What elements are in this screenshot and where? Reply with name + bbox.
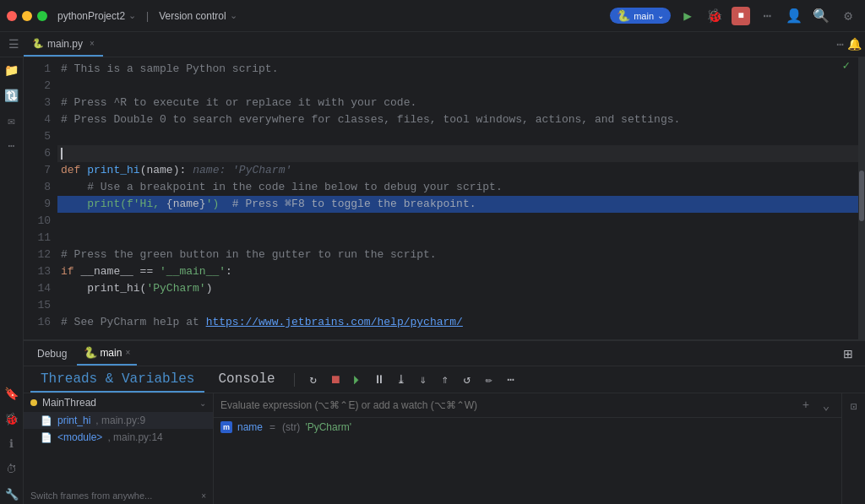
resume-icon[interactable]: ⏵ [347, 370, 367, 390]
variables-panel: + ⌄ m name = (str) 'PyCharm' [214, 393, 841, 504]
line-numbers: 1 2 3 4 5 6 7 8 9 10 11 12 13 14 15 16 [24, 57, 57, 339]
debug-expand-icon[interactable]: ⊞ [838, 344, 858, 364]
code-line-13: ▶ if __name__ == '__main__': [57, 263, 858, 280]
variable-item-name: m name = (str) 'PyCharm' [214, 418, 841, 436]
code-line-1: # This is a sample Python script. [57, 61, 858, 78]
code-line-4: # Press Double 0 to search everywhere fo… [57, 111, 858, 128]
debug-tab-main[interactable]: 🐍 main × [77, 341, 137, 366]
thread-name-label: MainThread [42, 397, 194, 409]
toolbar-separator [294, 373, 295, 387]
subtab-threads[interactable]: Threads & Variables [30, 366, 204, 393]
sidebar-icon-folder[interactable]: 📁 [3, 61, 21, 79]
title-bar-right: 🐍 main ⌄ ▶ 🐞 ■ ⋯ 👤 🔍 ⚙ [610, 6, 858, 26]
frame-location: , main.py:9 [95, 415, 145, 426]
watch-expression-input[interactable] [220, 399, 791, 411]
sidebar-icons: 📁 🔃 ✉ ⋯ 🔖 🐞 ℹ ⏱ 🔧 [0, 57, 24, 504]
pause-icon[interactable]: ⏸ [369, 370, 389, 390]
debug-tab-actions: ⊞ [838, 344, 858, 364]
notifications-icon[interactable]: 🔔 [847, 37, 862, 51]
frame-item-module[interactable]: 📄 <module> , main.py:14 [24, 429, 213, 446]
tab-main-py[interactable]: 🐍 main.py × [24, 32, 103, 57]
python-icon: 🐍 [84, 346, 97, 359]
watch-input-bar: + ⌄ [214, 393, 841, 418]
watch-action-buttons: + ⌄ [797, 397, 835, 414]
code-line-9: print(f'Hi, {name}') # Press ⌘F8 to togg… [57, 196, 858, 213]
code-editor[interactable]: ✓ # This is a sample Python script. # Pr… [57, 57, 858, 339]
tab-close-icon[interactable]: × [90, 39, 95, 48]
variable-type-icon: m [220, 421, 232, 433]
debug-content: MainThread ⌄ 📄 print_hi , main.py:9 📄 <m… [24, 393, 865, 504]
search-icon[interactable]: 🔍 [811, 6, 831, 26]
frame-function-name-2: <module> [57, 431, 102, 443]
sidebar-icon-more[interactable]: ⋯ [3, 137, 21, 155]
scrollbar-track[interactable] [858, 57, 865, 339]
switch-frames-bar: Switch frames from anywhe... × [24, 487, 213, 504]
code-line-3: # Press ^R to execute it or replace it w… [57, 95, 858, 111]
code-line-12: # Press the green button in the gutter t… [57, 247, 858, 263]
thread-dropdown-icon[interactable]: ⌄ [199, 398, 206, 408]
frame-item-print-hi[interactable]: 📄 print_hi , main.py:9 [24, 412, 213, 429]
sidebar-toggle-icon[interactable]: ☰ [3, 35, 24, 55]
sidebar-icon-debug[interactable]: 🐞 [3, 409, 21, 428]
sidebar-icon-info[interactable]: ℹ [3, 435, 21, 453]
code-line-16: # See PyCharm help at https://www.jetbra… [57, 314, 858, 331]
variable-name: name [237, 421, 263, 433]
toolbar-actions: ↻ ⏹ ⏵ ⏸ ⤓ ⇓ ⇑ ↺ ✏ ⋯ [303, 370, 521, 390]
main-branch-badge[interactable]: 🐍 main ⌄ [610, 8, 671, 24]
main-area: 📁 🔃 ✉ ⋯ 🔖 🐞 ℹ ⏱ 🔧 1 2 3 4 5 6 7 8 9 10 1… [0, 57, 865, 504]
sidebar-icon-tools[interactable]: 🔧 [3, 485, 21, 504]
python-file-icon: 🐍 [32, 38, 44, 49]
stop-icon[interactable]: ⏹ [325, 370, 345, 390]
code-line-11 [57, 230, 858, 247]
sidebar-icon-time[interactable]: ⏱ [3, 460, 21, 479]
version-control-label[interactable]: Version control [159, 10, 226, 22]
stop-button[interactable]: ■ [732, 7, 750, 25]
code-container: 1 2 3 4 5 6 7 8 9 10 11 12 13 14 15 16 ✓ [24, 57, 865, 339]
debug-tab-debug[interactable]: Debug [30, 341, 73, 366]
frame-icon: 📄 [41, 415, 52, 426]
sidebar-icon-notification[interactable]: ✉ [3, 111, 21, 130]
tab-label: main.py [47, 38, 83, 50]
thread-header[interactable]: MainThread ⌄ [24, 393, 213, 412]
code-line-8: # Use a breakpoint in the code line belo… [57, 179, 858, 196]
step-out-icon[interactable]: ⇑ [435, 370, 455, 390]
step-into-icon[interactable]: ⇓ [413, 370, 433, 390]
subtab-console[interactable]: Console [208, 366, 285, 393]
project-name[interactable]: pythonProject2 [57, 10, 125, 22]
frame-icon-2: 📄 [41, 432, 52, 443]
switch-frames-close-icon[interactable]: × [201, 491, 206, 501]
editor-area: 1 2 3 4 5 6 7 8 9 10 11 12 13 14 15 16 ✓ [24, 57, 865, 504]
more-options-icon[interactable]: ⋯ [757, 6, 777, 26]
tab-bar: ☰ 🐍 main.py × ⋯ 🔔 [0, 32, 865, 57]
minimize-button[interactable] [22, 11, 32, 21]
add-watch-icon[interactable]: + [797, 397, 814, 414]
frame-function-name: print_hi [57, 415, 90, 426]
expand-panel-icon[interactable]: ⊡ [842, 395, 865, 419]
profile-icon[interactable]: 👤 [784, 6, 804, 26]
scrollbar-thumb[interactable] [859, 171, 864, 221]
debug-tab-close-icon[interactable]: × [125, 348, 130, 357]
sidebar-icon-commit[interactable]: 🔃 [3, 86, 21, 105]
run-button[interactable]: ▶ [677, 6, 698, 26]
frame-location-2: , main.py:14 [107, 431, 162, 443]
code-line-6 [57, 145, 858, 162]
cursor [61, 148, 63, 160]
debug-panel: Debug 🐍 main × ⊞ Threads & Variables Con… [24, 339, 865, 504]
code-line-15 [57, 297, 858, 314]
more-debug-icon[interactable]: ⋯ [501, 370, 521, 390]
debug-tab-bar: Debug 🐍 main × ⊞ [24, 341, 865, 366]
more-tabs-icon[interactable]: ⋯ [837, 37, 844, 51]
edit-icon[interactable]: ✏ [479, 370, 499, 390]
settings-icon[interactable]: ⚙ [838, 6, 858, 26]
debug-icon[interactable]: 🐞 [705, 6, 725, 26]
rerun-icon[interactable]: ↻ [303, 370, 324, 390]
close-button[interactable] [7, 11, 17, 21]
debug-right-toolbar: ⊡ [841, 393, 865, 504]
evaluate-icon[interactable]: ↺ [457, 370, 477, 390]
step-over-icon[interactable]: ⤓ [391, 370, 411, 390]
sidebar-icon-bookmark[interactable]: 🔖 [3, 384, 21, 403]
code-line-5 [57, 128, 858, 145]
thread-status-dot [30, 399, 37, 406]
maximize-button[interactable] [37, 11, 47, 21]
watch-dropdown-icon[interactable]: ⌄ [818, 397, 835, 414]
